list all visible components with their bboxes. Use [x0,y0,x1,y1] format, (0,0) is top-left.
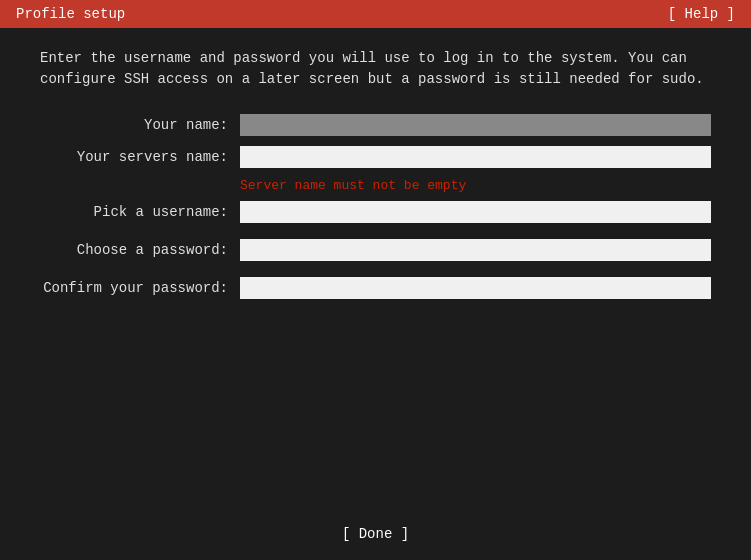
input-your-name[interactable] [240,114,711,136]
page-title: Profile setup [16,6,125,22]
server-name-error: Server name must not be empty [240,178,466,193]
input-password[interactable] [240,239,711,261]
label-confirm-password: Confirm your password: [40,280,240,296]
content-area: Enter the username and password you will… [0,28,751,508]
bottom-bar: [ Done ] [0,508,751,560]
description-line1: Enter the username and password you will… [40,48,711,69]
help-button[interactable]: [ Help ] [668,6,735,22]
form-row-password: Choose a password: [40,239,711,261]
label-server-name: Your servers name: [40,149,240,165]
label-password: Choose a password: [40,242,240,258]
title-bar: Profile setup [ Help ] [0,0,751,28]
error-row-server-name: Server name must not be empty [40,178,711,193]
description-line2: configure SSH access on a later screen b… [40,69,711,90]
label-your-name: Your name: [40,117,240,133]
done-button[interactable]: [ Done ] [326,522,425,546]
form-row-confirm-password: Confirm your password: [40,277,711,299]
form-row-your-name: Your name: [40,114,711,136]
description: Enter the username and password you will… [40,48,711,90]
form-row-server-name: Your servers name: [40,146,711,168]
screen: Profile setup [ Help ] Enter the usernam… [0,0,751,560]
form-area: Your name: Your servers name: Server nam… [40,114,711,309]
input-username[interactable] [240,201,711,223]
input-confirm-password[interactable] [240,277,711,299]
label-username: Pick a username: [40,204,240,220]
input-server-name[interactable] [240,146,711,168]
form-row-username: Pick a username: [40,201,711,223]
